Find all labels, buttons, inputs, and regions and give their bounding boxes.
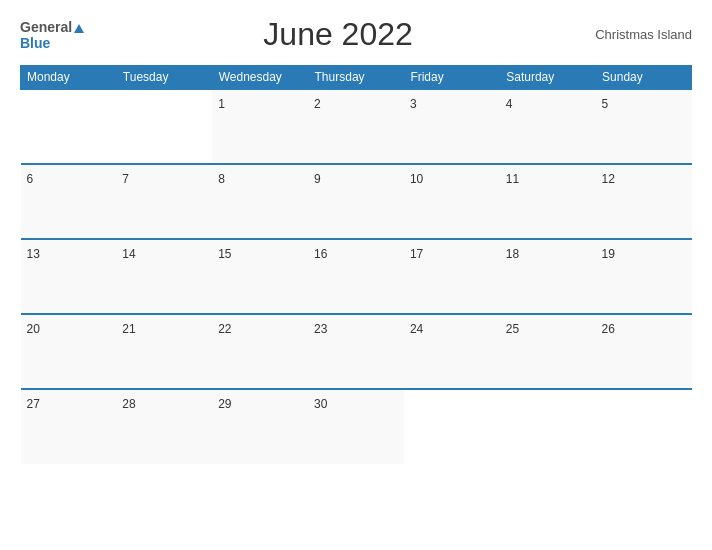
header-sunday: Sunday: [596, 66, 692, 90]
day-cell-21: 21: [116, 314, 212, 389]
empty-cell: [596, 389, 692, 464]
header-friday: Friday: [404, 66, 500, 90]
logo: General Blue: [20, 19, 84, 51]
header-thursday: Thursday: [308, 66, 404, 90]
day-cell-19: 19: [596, 239, 692, 314]
logo-general-text: General: [20, 19, 72, 35]
day-cell-2: 2: [308, 89, 404, 164]
day-cell-18: 18: [500, 239, 596, 314]
day-cell-1: 1: [212, 89, 308, 164]
header-saturday: Saturday: [500, 66, 596, 90]
day-cell-9: 9: [308, 164, 404, 239]
empty-cell: [404, 389, 500, 464]
day-cell-24: 24: [404, 314, 500, 389]
logo-text: General Blue: [20, 19, 84, 51]
day-cell-22: 22: [212, 314, 308, 389]
day-cell-26: 26: [596, 314, 692, 389]
day-cell-6: 6: [21, 164, 117, 239]
day-cell-10: 10: [404, 164, 500, 239]
day-cell-4: 4: [500, 89, 596, 164]
calendar-header: General Blue June 2022 Christmas Island: [20, 16, 692, 53]
day-cell-27: 27: [21, 389, 117, 464]
day-cell-29: 29: [212, 389, 308, 464]
day-cell-8: 8: [212, 164, 308, 239]
empty-cell: [21, 89, 117, 164]
day-cell-20: 20: [21, 314, 117, 389]
day-cell-7: 7: [116, 164, 212, 239]
weekday-header-row: Monday Tuesday Wednesday Thursday Friday…: [21, 66, 692, 90]
day-cell-14: 14: [116, 239, 212, 314]
header-monday: Monday: [21, 66, 117, 90]
week-row-5: 27 28 29 30: [21, 389, 692, 464]
logo-blue-text: Blue: [20, 35, 84, 51]
week-row-2: 6 7 8 9 10 11 12: [21, 164, 692, 239]
day-cell-11: 11: [500, 164, 596, 239]
day-cell-23: 23: [308, 314, 404, 389]
week-row-4: 20 21 22 23 24 25 26: [21, 314, 692, 389]
day-cell-5: 5: [596, 89, 692, 164]
day-cell-13: 13: [21, 239, 117, 314]
week-row-1: 1 2 3 4 5: [21, 89, 692, 164]
header-tuesday: Tuesday: [116, 66, 212, 90]
empty-cell: [116, 89, 212, 164]
day-cell-30: 30: [308, 389, 404, 464]
day-cell-17: 17: [404, 239, 500, 314]
header-wednesday: Wednesday: [212, 66, 308, 90]
calendar-grid: Monday Tuesday Wednesday Thursday Friday…: [20, 65, 692, 464]
day-cell-28: 28: [116, 389, 212, 464]
day-cell-25: 25: [500, 314, 596, 389]
month-title: June 2022: [84, 16, 592, 53]
day-cell-3: 3: [404, 89, 500, 164]
day-cell-12: 12: [596, 164, 692, 239]
day-cell-16: 16: [308, 239, 404, 314]
empty-cell: [500, 389, 596, 464]
logo-triangle-icon: [74, 24, 84, 33]
week-row-3: 13 14 15 16 17 18 19: [21, 239, 692, 314]
day-cell-15: 15: [212, 239, 308, 314]
calendar-container: General Blue June 2022 Christmas Island …: [0, 0, 712, 550]
location-label: Christmas Island: [592, 27, 692, 42]
